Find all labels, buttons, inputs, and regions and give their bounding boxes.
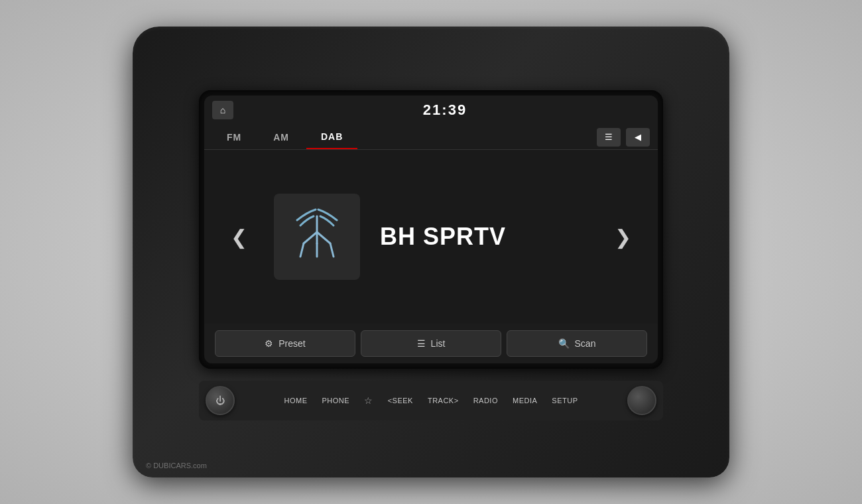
screen-main: ❮ bbox=[204, 150, 658, 324]
car-infotainment-panel: ⌂ 21:39 FM AM DAB ☰ ◀ bbox=[133, 27, 729, 477]
station-artwork bbox=[274, 194, 360, 280]
screen-bezel: ⌂ 21:39 FM AM DAB ☰ ◀ bbox=[199, 90, 663, 369]
screen-footer: ⚙ Preset ☰ List 🔍 Scan bbox=[204, 324, 658, 363]
svg-line-4 bbox=[330, 243, 334, 257]
watermark: © DUBICARS.com bbox=[146, 462, 207, 470]
infotainment-screen: ⌂ 21:39 FM AM DAB ☰ ◀ bbox=[204, 95, 658, 363]
home-physical-button[interactable]: HOME bbox=[278, 393, 314, 409]
menu-icon: ☰ bbox=[605, 132, 613, 142]
preset-button[interactable]: ⚙ Preset bbox=[215, 330, 355, 357]
next-station-button[interactable]: ❯ bbox=[608, 219, 638, 255]
favorite-button[interactable]: ☆ bbox=[357, 391, 380, 410]
radio-button[interactable]: RADIO bbox=[467, 393, 505, 409]
physical-buttons: HOME PHONE ☆ <SEEK TRACK> RADIO MEDIA SE… bbox=[240, 391, 622, 410]
svg-line-2 bbox=[317, 232, 330, 243]
power-knob[interactable]: ⏻ bbox=[206, 386, 235, 415]
setup-button[interactable]: SETUP bbox=[545, 393, 584, 409]
back-icon: ◀ bbox=[635, 132, 641, 142]
svg-line-1 bbox=[304, 232, 317, 243]
tab-bar: FM AM DAB ☰ ◀ bbox=[204, 125, 658, 150]
list-label: List bbox=[431, 338, 446, 349]
preset-label: Preset bbox=[278, 338, 305, 349]
power-icon: ⏻ bbox=[216, 395, 225, 406]
station-info: BH SPRTV bbox=[380, 223, 588, 251]
antenna-icon bbox=[290, 207, 343, 267]
list-button[interactable]: ☰ List bbox=[361, 330, 501, 357]
home-button[interactable]: ⌂ bbox=[212, 101, 233, 119]
svg-line-3 bbox=[300, 243, 304, 257]
seek-back-button[interactable]: <SEEK bbox=[381, 393, 420, 409]
prev-station-button[interactable]: ❮ bbox=[224, 219, 254, 255]
media-button[interactable]: MEDIA bbox=[506, 393, 544, 409]
volume-knob[interactable] bbox=[627, 386, 656, 415]
scan-icon: 🔍 bbox=[558, 338, 570, 349]
back-button[interactable]: ◀ bbox=[626, 128, 650, 147]
tab-dab[interactable]: DAB bbox=[306, 125, 357, 149]
home-icon: ⌂ bbox=[220, 105, 225, 115]
physical-button-bar: ⏻ HOME PHONE ☆ <SEEK TRACK> RADIO MEDIA … bbox=[199, 381, 663, 420]
station-name: BH SPRTV bbox=[380, 223, 506, 251]
screen-header: ⌂ 21:39 bbox=[204, 95, 658, 125]
track-forward-button[interactable]: TRACK> bbox=[421, 393, 465, 409]
phone-button[interactable]: PHONE bbox=[316, 393, 357, 409]
preset-icon: ⚙ bbox=[265, 338, 273, 349]
scan-button[interactable]: 🔍 Scan bbox=[507, 330, 647, 357]
clock-display: 21:39 bbox=[240, 101, 650, 119]
menu-button[interactable]: ☰ bbox=[597, 128, 621, 147]
tab-fm[interactable]: FM bbox=[212, 125, 256, 149]
tab-am[interactable]: AM bbox=[259, 125, 304, 149]
scan-label: Scan bbox=[575, 338, 596, 349]
list-icon: ☰ bbox=[417, 338, 426, 349]
